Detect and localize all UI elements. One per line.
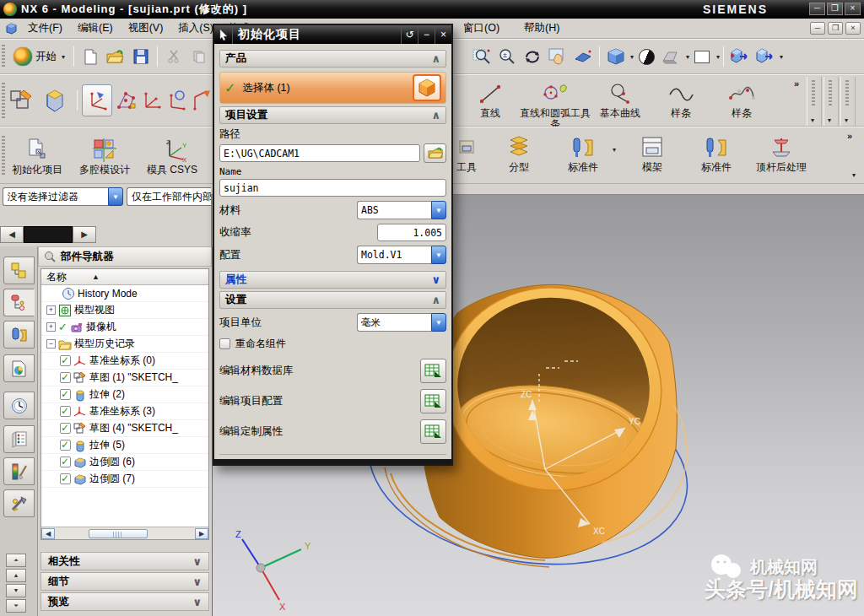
copy-button[interactable] (187, 44, 211, 69)
selection-filter-dropdown[interactable]: 没有选择过滤器 ▼ (3, 187, 123, 206)
window-restore-button[interactable]: ❒ (827, 3, 843, 15)
tree-item-datum-csys-3[interactable]: 基准坐标系 (3) (41, 403, 208, 420)
toolbar-grip[interactable] (2, 83, 5, 118)
tab-reuse-library[interactable] (3, 321, 35, 349)
rotate-view-button[interactable] (521, 44, 544, 69)
mdi-minimize-button[interactable]: ─ (810, 22, 825, 35)
window-close-button[interactable]: × (845, 3, 861, 15)
tree-item-model-views[interactable]: + 模型视图 (41, 302, 208, 319)
edit-material-db-button[interactable] (420, 359, 446, 383)
shrinkage-input[interactable]: 1.005 (377, 224, 446, 241)
checkbox-checked-icon[interactable] (60, 389, 71, 400)
start-button[interactable]: 开始 ▾ (8, 46, 70, 68)
panel-dependencies[interactable]: 相关性 ∨ (40, 552, 209, 570)
tree-item-cameras[interactable]: + ✓ 摄像机 (41, 319, 208, 336)
checkbox-checked-icon[interactable] (60, 440, 71, 451)
resource-scroll-top[interactable]: ⏶ (6, 554, 26, 567)
browse-folder-button[interactable] (424, 143, 446, 163)
save-button[interactable] (129, 44, 153, 69)
shaded-display-button[interactable] (604, 44, 628, 69)
line-arc-toolbar-button[interactable]: 直线和圆弧工具条 (515, 77, 596, 132)
menu-help[interactable]: 帮助(H) (516, 19, 567, 38)
datum-axis-button[interactable] (139, 84, 163, 116)
window-view-button-2[interactable] (753, 44, 777, 69)
menu-window[interactable]: 窗口(O) (456, 19, 507, 38)
section-attributes[interactable]: 属性 ∨ (219, 271, 446, 289)
sketch-button[interactable] (9, 84, 35, 117)
tab-history[interactable] (3, 392, 35, 419)
standard-parts2-button[interactable]: 标准件 (692, 131, 741, 175)
studio-spline-button[interactable]: 样条 (717, 77, 766, 121)
scroll-right-arrow[interactable]: ▶ (195, 528, 208, 539)
initialize-project-button[interactable]: 初始化项目 (8, 133, 66, 177)
extrude-button[interactable] (42, 84, 68, 117)
parting-button[interactable]: 分型 (494, 131, 543, 175)
panel-preview[interactable]: 预览 ∨ (40, 592, 209, 611)
tab-part-navigator[interactable] (3, 289, 35, 316)
collapsed-toolbar-2[interactable]: ▾ (824, 77, 839, 126)
config-dropdown[interactable]: Mold.V1 ▼ (357, 246, 446, 264)
datum-csys-button[interactable] (82, 84, 112, 116)
toolbar-overflow-chevron[interactable]: » (847, 131, 852, 141)
snap-view-button[interactable] (571, 44, 595, 69)
spline-button[interactable]: 样条 (656, 77, 705, 121)
section-product[interactable]: 产品 ∧ (219, 50, 446, 68)
dialog-title-bar[interactable]: 初始化项目 ↺ − × (214, 25, 451, 44)
expand-minus-icon[interactable]: − (46, 339, 56, 349)
checkbox-checked-icon[interactable] (60, 406, 71, 417)
expand-plus-icon[interactable]: + (46, 305, 56, 315)
sash-handle[interactable] (24, 226, 73, 243)
ejector-post-button[interactable]: 顶杆后处理 (753, 131, 810, 175)
background-color-button[interactable] (690, 44, 714, 69)
mold-base-button[interactable]: 模架 (628, 131, 677, 175)
section-settings[interactable]: 设置 ∧ (219, 291, 446, 309)
checkbox-checked-icon[interactable] (60, 372, 71, 383)
tree-item-extrude-2[interactable]: 拉伸 (2) (41, 386, 208, 403)
resource-scroll-bottom[interactable]: ⏷ (6, 599, 26, 613)
open-file-button[interactable] (104, 44, 127, 69)
appearance-button[interactable] (660, 44, 683, 69)
mold-csys-button[interactable]: ZYX 模具 CSYS (143, 133, 201, 177)
scrollbar-thumb[interactable] (89, 529, 148, 538)
toolbar-grip[interactable] (2, 136, 5, 175)
menu-edit[interactable]: 编辑(E) (70, 19, 121, 38)
chevron-down-icon[interactable]: ▾ (852, 171, 856, 179)
window-view-button-1[interactable] (728, 44, 752, 69)
tree-column-header[interactable]: 名称 ▲ (41, 269, 208, 285)
menu-view[interactable]: 视图(V) (121, 19, 171, 38)
tree-item-edge-blend-6[interactable]: 边倒圆 (6) (41, 454, 208, 471)
tab-roles[interactable] (3, 354, 35, 382)
sash-left-arrow[interactable]: ◀ (0, 226, 24, 243)
sash-right-arrow[interactable]: ▶ (73, 226, 96, 243)
tree-item-extrude-5[interactable]: 拉伸 (5) (41, 437, 208, 454)
mold-tools-button[interactable]: 工具 (452, 131, 481, 175)
tree-item-edge-blend-7[interactable]: 边倒圆 (7) (41, 471, 208, 488)
material-dropdown[interactable]: ABS ▼ (357, 201, 446, 219)
pan-button[interactable] (546, 44, 570, 69)
cut-button[interactable] (162, 44, 186, 69)
checkbox-checked-icon[interactable] (60, 473, 71, 484)
standard-parts-button[interactable]: 标准件 (559, 131, 608, 175)
chevron-down-icon[interactable]: ▾ (686, 53, 689, 61)
scope-filter-dropdown[interactable]: 仅在工作部件内部 (127, 187, 211, 206)
chevron-down-icon[interactable]: ▾ (630, 53, 634, 61)
resource-scroll-up[interactable]: ▲ (6, 569, 26, 582)
collapsed-toolbar-3[interactable]: ▾ (840, 77, 856, 126)
collapsed-toolbar-1[interactable]: ▾ (807, 77, 822, 126)
tree-item-model-history[interactable]: − 模型历史记录 (41, 336, 208, 353)
multi-cavity-button[interactable]: 多腔模设计 (76, 133, 133, 177)
dialog-reset-button[interactable]: ↺ (401, 25, 418, 44)
checkbox-checked-icon[interactable] (60, 423, 71, 434)
rendering-style-button[interactable] (634, 44, 658, 69)
tree-item-history-mode[interactable]: History Mode (41, 285, 208, 302)
datum-plane-button[interactable] (165, 84, 188, 116)
basic-curves-button[interactable]: 基本曲线 (596, 77, 645, 121)
tree-item-sketch-4[interactable]: 草图 (4) "SKETCH_ (41, 420, 208, 437)
units-dropdown[interactable]: 毫米 ▼ (357, 313, 446, 332)
new-file-button[interactable] (78, 44, 102, 69)
point-set-button[interactable] (114, 84, 138, 116)
resource-scroll-down[interactable]: ▼ (6, 584, 26, 597)
toolbar-overflow-chevron[interactable]: » (794, 78, 799, 89)
plane-button[interactable] (190, 84, 213, 116)
checkbox-checked-icon[interactable] (60, 457, 71, 467)
